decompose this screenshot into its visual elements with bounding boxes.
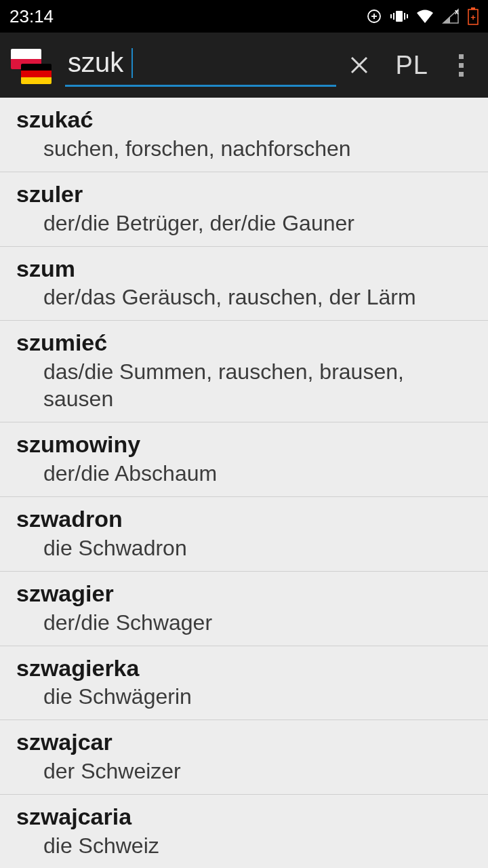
svg-rect-5 bbox=[404, 13, 405, 20]
dictionary-entry[interactable]: szulerder/die Betrüger, der/die Gauner bbox=[0, 172, 488, 247]
text-cursor bbox=[131, 48, 133, 78]
search-input[interactable] bbox=[65, 43, 336, 87]
dictionary-entry[interactable]: szumiećdas/die Summen, rauschen, brausen… bbox=[0, 321, 488, 422]
headword: szum bbox=[16, 255, 472, 283]
headword: szwagier bbox=[16, 580, 472, 608]
dictionary-entry[interactable]: szwagierkadie Schwägerin bbox=[0, 646, 488, 721]
svg-rect-3 bbox=[396, 11, 403, 22]
headword: szukać bbox=[16, 106, 472, 134]
svg-text:+: + bbox=[470, 12, 476, 22]
svg-rect-6 bbox=[390, 14, 392, 18]
translation: die Schwadron bbox=[43, 534, 472, 561]
translation: das/die Summen, rauschen, brausen, sause… bbox=[43, 358, 472, 412]
translation: der/die Abschaum bbox=[43, 460, 472, 487]
headword: szuler bbox=[16, 180, 472, 208]
sync-icon bbox=[366, 8, 382, 24]
status-icons: x + bbox=[366, 7, 479, 25]
results-list: szukaćsuchen, forschen, nachforschenszul… bbox=[0, 98, 488, 868]
app-bar: PL bbox=[0, 33, 488, 98]
flag-de-icon bbox=[21, 64, 52, 84]
dictionary-entry[interactable]: szumowinyder/die Abschaum bbox=[0, 422, 488, 497]
translation: der/die Betrüger, der/die Gauner bbox=[43, 210, 472, 237]
dictionary-entry[interactable]: szwajcariadie Schweiz bbox=[0, 795, 488, 868]
dictionary-entry[interactable]: szwagierder/die Schwager bbox=[0, 572, 488, 646]
dictionary-entry[interactable]: szwajcarder Schweizer bbox=[0, 720, 488, 795]
dictionary-entry[interactable]: szwadrondie Schwadron bbox=[0, 497, 488, 572]
svg-rect-4 bbox=[393, 13, 394, 20]
headword: szwagierka bbox=[16, 654, 472, 682]
wifi-icon bbox=[416, 9, 434, 24]
headword: szumieć bbox=[16, 329, 472, 357]
dictionary-entry[interactable]: szumder/das Geräusch, rauschen, der Lärm bbox=[0, 247, 488, 321]
close-icon bbox=[348, 54, 371, 77]
translation: die Schwägerin bbox=[43, 683, 472, 710]
translation: der/das Geräusch, rauschen, der Lärm bbox=[43, 283, 472, 311]
menu-dot-icon bbox=[459, 54, 464, 59]
search-field-wrap bbox=[65, 41, 336, 89]
language-pair-icon[interactable] bbox=[11, 45, 52, 85]
svg-rect-7 bbox=[407, 14, 408, 18]
language-toggle-button[interactable]: PL bbox=[396, 51, 428, 80]
clear-search-button[interactable] bbox=[339, 45, 380, 85]
menu-dot-icon bbox=[459, 72, 464, 77]
headword: szwadron bbox=[16, 505, 472, 533]
battery-icon: + bbox=[468, 7, 479, 25]
headword: szwajcar bbox=[16, 728, 472, 756]
cell-signal-icon: x bbox=[442, 8, 460, 24]
status-time: 23:14 bbox=[9, 6, 54, 27]
translation: der/die Schwager bbox=[43, 609, 472, 636]
translation: die Schweiz bbox=[43, 832, 472, 859]
headword: szwajcaria bbox=[16, 803, 472, 831]
vibrate-icon bbox=[390, 8, 408, 24]
status-bar: 23:14 x + bbox=[0, 0, 488, 33]
translation: suchen, forschen, nachforschen bbox=[43, 135, 472, 162]
headword: szumowiny bbox=[16, 431, 472, 458]
overflow-menu-button[interactable] bbox=[447, 48, 474, 82]
translation: der Schweizer bbox=[43, 757, 472, 785]
dictionary-entry[interactable]: szukaćsuchen, forschen, nachforschen bbox=[0, 98, 488, 172]
menu-dot-icon bbox=[459, 63, 464, 68]
svg-text:x: x bbox=[455, 8, 459, 16]
